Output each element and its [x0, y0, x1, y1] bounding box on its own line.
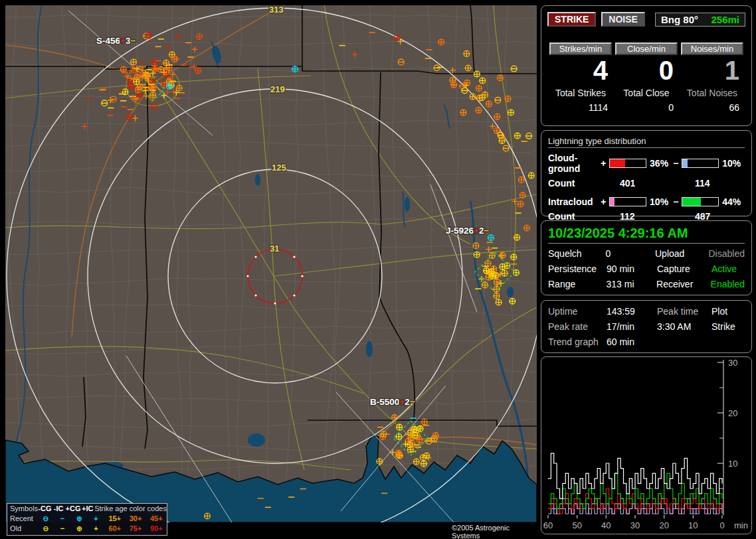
storm-cell-label: S-456+3−: [96, 36, 136, 46]
lightning-distribution-panel: Lightning type distribution Cloud-ground…: [541, 130, 752, 216]
legend-symbols-label: Symbols: [10, 504, 38, 514]
peak-time-label: Peak time: [657, 306, 711, 317]
minus-icon: −: [54, 524, 70, 534]
ic-minus-bar: [682, 197, 719, 206]
cg-plus-percent: 36%: [648, 158, 672, 169]
trend-y-tick: 10: [728, 459, 737, 469]
peak-rate-value: 17/min: [607, 321, 657, 332]
ring-label: 313: [269, 5, 284, 15]
ring-label: 125: [272, 163, 286, 173]
trend-x-tick: 0: [719, 520, 724, 530]
copyright-text: ©2005 Astrogenic Systems: [452, 524, 537, 539]
circled-plus-icon: ⊕: [71, 514, 88, 524]
trend-x-unit: min: [734, 520, 748, 530]
strikes-per-min-value: 4: [549, 55, 612, 86]
strike-button[interactable]: STRIKE: [547, 12, 596, 27]
uptime-value: 143:59: [607, 306, 657, 317]
minus-sign: −: [672, 158, 680, 169]
storm-cell-label: B-5500+2~: [370, 397, 415, 407]
uptime-label: Uptime: [548, 306, 607, 317]
capture-label: Capture: [657, 264, 711, 274]
cg-minus-percent: 10%: [721, 158, 745, 169]
total-noises-label: Total Noises: [681, 88, 743, 98]
trend-x-tick: 40: [601, 520, 611, 530]
plus-icon: +: [88, 514, 104, 524]
circled-minus-icon: ⊖: [37, 524, 54, 534]
cg-minus-count: 114: [695, 178, 710, 189]
circled-plus-icon: ⊕: [71, 524, 88, 534]
bearing-readout: Bng 80° 256mi: [655, 13, 745, 27]
total-strikes-label: Total Strikes: [549, 88, 612, 98]
legend-age-45: 45+: [146, 514, 167, 524]
range-label: Range: [548, 279, 607, 289]
ic-plus-bar: [609, 197, 646, 206]
capture-status: Active: [711, 264, 737, 274]
legend-old-label: Old: [10, 524, 37, 534]
peak-rate-label: Peak rate: [548, 321, 607, 332]
trend-y-tick: 20: [728, 408, 737, 418]
trend-x-tick: 20: [659, 520, 668, 530]
range-value: 313 mi: [607, 279, 657, 289]
trend-x-tick: 60: [543, 520, 553, 530]
trend-x-tick: 30: [630, 520, 640, 530]
noise-button[interactable]: NOISE: [601, 12, 645, 27]
minus-icon: −: [54, 514, 70, 524]
cloud-ground-label: Cloud-ground: [548, 153, 600, 174]
squelch-label: Squelch: [548, 248, 605, 259]
legend-header-ncg: -CG: [38, 504, 52, 514]
legend-age-header: Strike age color codes: [94, 504, 167, 514]
ic-minus-percent: 44%: [721, 196, 745, 207]
trend-graph-label: Trend graph: [548, 337, 607, 347]
count-label: Count: [548, 178, 620, 189]
status-panel: 10/23/2025 4:29:16 AM Squelch 0 Upload D…: [541, 220, 752, 295]
legend-age-15: 15+: [104, 514, 125, 524]
upload-label: Upload: [655, 248, 709, 259]
map-canvas[interactable]: 31321912531S-456+3−J-5926+2−B-5500+2~ Sy…: [5, 5, 537, 534]
trend-graph-value: 60 min: [607, 337, 634, 347]
noises-per-min-value: 1: [681, 55, 743, 86]
receiver-status: Enabled: [711, 279, 745, 289]
squelch-value: 0: [605, 248, 655, 259]
legend-age-30: 30+: [125, 514, 145, 524]
strike-counters-panel: STRIKE NOISE Bng 80° 256mi Strikes/min 4…: [541, 5, 752, 126]
cg-plus-bar: [609, 159, 646, 168]
lightning-map: 31321912531S-456+3−J-5926+2−B-5500+2~: [5, 5, 537, 534]
persistence-value: 90 min: [607, 264, 657, 274]
legend-age-90: 90+: [146, 524, 167, 534]
total-close-value: 0: [615, 102, 678, 113]
trend-y-tick: 30: [728, 358, 737, 368]
strikes-per-min-button[interactable]: Strikes/min: [549, 42, 612, 55]
close-per-min-button[interactable]: Close/min: [615, 42, 678, 55]
map-ground: [5, 5, 537, 522]
bearing-label: Bng 80°: [661, 14, 698, 25]
legend-header-pcg: +CG: [66, 504, 81, 514]
persistence-label: Persistence: [548, 264, 607, 274]
cg-plus-count: 401: [620, 178, 695, 189]
upload-status: Disabled: [709, 248, 745, 259]
trend-x-tick: 50: [572, 520, 581, 530]
legend-recent-label: Recent: [10, 514, 37, 524]
plus-icon: +: [88, 524, 104, 534]
close-per-min-column: Close/min 0 Total Close 0: [615, 42, 678, 113]
total-noises-value: 66: [681, 102, 743, 113]
total-strikes-value: 1114: [549, 102, 612, 113]
legend-header-pic: +IC: [80, 504, 94, 514]
noises-per-min-column: Noises/min 1 Total Noises 66: [681, 42, 743, 113]
strikes-per-min-column: Strikes/min 4 Total Strikes 1114: [549, 42, 612, 113]
ring-label: 219: [270, 84, 285, 94]
legend-header-nic: -IC: [52, 504, 66, 514]
peak-time-value: 3:30 AM: [657, 321, 711, 332]
legend-age-60: 60+: [104, 524, 125, 534]
plot-label: Plot: [711, 306, 727, 317]
ring-label: 31: [270, 244, 279, 254]
circled-minus-icon: ⊖: [37, 514, 54, 524]
plus-sign: +: [600, 196, 607, 207]
total-close-label: Total Close: [615, 88, 678, 98]
trend-chart: 1020306050403020100min: [541, 357, 751, 534]
noises-per-min-button[interactable]: Noises/min: [681, 42, 743, 55]
trend-graph-panel: 1020306050403020100min: [541, 356, 752, 534]
legend-age-75: 75+: [125, 524, 145, 534]
bearing-range: 256mi: [711, 14, 739, 25]
receiver-label: Receiver: [656, 279, 711, 289]
plus-sign: +: [600, 158, 607, 169]
